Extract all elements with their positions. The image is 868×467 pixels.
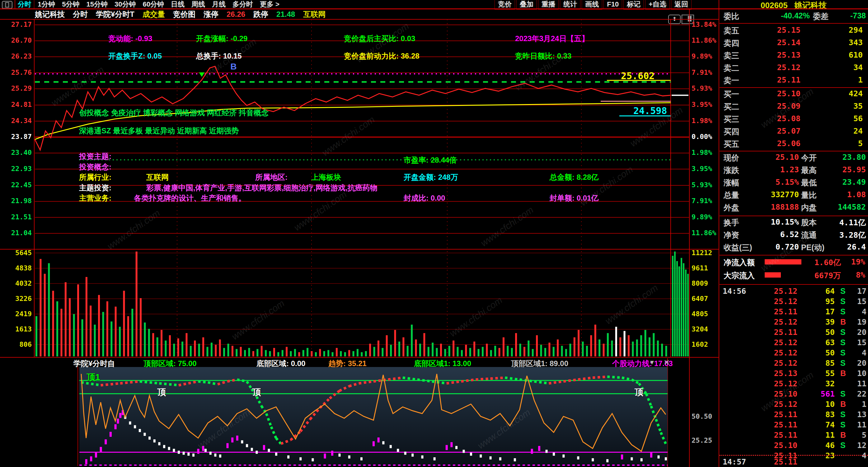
menu-item-更多 >[interactable]: 更多 > <box>256 0 283 9</box>
tick-price[interactable]: 25.12 <box>757 358 797 368</box>
tick-volume[interactable]: 50 <box>804 348 835 357</box>
tick-volume[interactable]: 74 <box>804 420 835 429</box>
menu-divider <box>14 0 15 9</box>
toolbar-button-竞价[interactable]: 竞价 <box>495 0 515 10</box>
title-item[interactable]: 26.26 <box>226 10 245 19</box>
menu-item-多分时[interactable]: 多分时 <box>229 0 256 9</box>
orderbook-price[interactable]: 25.15 <box>757 26 801 35</box>
quote-value: 5.15% <box>755 178 799 186</box>
orderbook-volume[interactable]: 35 <box>807 101 863 111</box>
toolbar-button-标记[interactable]: 标记 <box>623 0 644 10</box>
info-field: 上海板块 <box>311 172 341 182</box>
tick-price[interactable]: 25.12 <box>757 348 797 357</box>
tick-price[interactable]: 25.11 <box>757 431 797 440</box>
info-field: 投资主题: <box>79 151 112 162</box>
title-item[interactable]: 学院¥分时T <box>96 9 134 19</box>
orderbook-price[interactable]: 25.09 <box>757 101 801 111</box>
toolbar-button-返回[interactable]: 返回 <box>671 0 691 10</box>
tick-price[interactable]: 25.13 <box>757 369 797 378</box>
orderbook-volume[interactable]: 610 <box>807 51 863 59</box>
orderbook-price[interactable]: 25.06 <box>757 139 801 148</box>
tick-volume[interactable]: 64 <box>804 287 835 296</box>
quote-label: 最低 <box>801 178 817 188</box>
orderbook-price[interactable]: 25.08 <box>757 114 801 123</box>
tick-price[interactable]: 25.12 <box>757 400 797 409</box>
menu-item-30分钟[interactable]: 30分钟 <box>111 0 139 9</box>
orderbook-volume[interactable]: 424 <box>807 89 863 98</box>
orderbook-volume[interactable]: 5 <box>807 139 863 148</box>
toolbar-button-F10[interactable]: F10 <box>603 0 622 9</box>
orderbook-price[interactable]: 25.07 <box>757 126 801 136</box>
tick-volume[interactable]: 10 <box>804 400 835 409</box>
tick-price[interactable]: 25.12 <box>757 379 797 388</box>
tick-price[interactable]: 25.10 <box>757 441 797 450</box>
tick-price[interactable]: 25.12 <box>757 318 797 326</box>
toolbar-button-重播[interactable]: 重播 <box>538 0 559 10</box>
tick-volume[interactable]: 39 <box>804 318 835 326</box>
tick-count: 11 <box>850 379 866 388</box>
menu-item-5分钟[interactable]: 5分钟 <box>59 0 83 9</box>
tick-volume[interactable]: 561 <box>804 389 835 399</box>
orderbook-volume[interactable]: 34 <box>807 63 863 72</box>
tick-volume[interactable]: 32 <box>804 379 835 388</box>
tick-price[interactable]: 25.11 <box>757 328 797 337</box>
menu-item-月线[interactable]: 月线 <box>209 0 229 9</box>
indicator-collapse-icon[interactable]: ▼ <box>649 359 655 366</box>
volume-axis-label-left: 3226 <box>1 295 32 302</box>
tick-volume[interactable]: 50 <box>804 328 835 337</box>
tick-volume[interactable]: 55 <box>804 369 835 378</box>
menu-item-分时[interactable]: 分时 <box>15 0 34 9</box>
toolbar-button-叠加[interactable]: 叠加 <box>516 0 537 10</box>
title-item[interactable]: 跌停 <box>253 9 268 19</box>
orderbook-price[interactable]: 25.11 <box>757 76 801 84</box>
orderbook-price[interactable]: 25.13 <box>757 51 801 59</box>
orderbook-volume[interactable]: 1 <box>807 76 863 84</box>
orderbook-volume[interactable]: 343 <box>807 38 863 47</box>
indicator-close-icon[interactable]: ✕ <box>663 358 670 367</box>
window-icon[interactable] <box>2 1 12 9</box>
orderbook-price[interactable]: 25.12 <box>757 63 801 72</box>
orderbook-volume[interactable]: 56 <box>807 114 863 123</box>
title-item[interactable]: 姚记科技 <box>35 9 65 19</box>
tick-price[interactable]: 25.12 <box>757 287 797 296</box>
tick-price[interactable]: 25.12 <box>757 338 797 347</box>
title-item[interactable]: 互联网 <box>303 9 326 19</box>
tick-volume[interactable]: 95 <box>804 297 835 306</box>
menu-item-1分钟[interactable]: 1分钟 <box>34 0 59 9</box>
menu-item-60分钟[interactable]: 60分钟 <box>139 0 167 9</box>
tick-price[interactable]: 25.11 <box>757 410 797 419</box>
toolbar-button-+自选[interactable]: +自选 <box>645 0 670 10</box>
chart-titlebar: 姚记科技分时学院¥分时T成交量竞价图涨停26.26跌停21.48互联网 <box>35 10 326 19</box>
menu-item-15分钟[interactable]: 15分钟 <box>83 0 111 9</box>
orderbook-volume[interactable]: 24 <box>807 126 863 136</box>
tick-count: 20 <box>850 358 866 368</box>
toolbar-button-统计[interactable]: 统计 <box>560 0 581 10</box>
volume-axis-label-right: 9611 <box>691 264 708 272</box>
title-item[interactable]: 成交量 <box>143 9 165 19</box>
tick-volume[interactable]: 46 <box>804 441 835 450</box>
title-item[interactable]: 分时 <box>73 9 88 19</box>
orderbook-price[interactable]: 25.10 <box>757 89 801 98</box>
flow-label: 大宗流入 <box>723 270 755 281</box>
indicator-mark: 顶 <box>157 386 166 398</box>
toolbar-button-画线[interactable]: 画线 <box>582 0 602 10</box>
tick-volume[interactable]: 83 <box>804 410 835 419</box>
tick-price[interactable]: 25.11 <box>757 307 797 316</box>
tick-volume[interactable]: 11 <box>804 431 835 440</box>
tick-price[interactable]: 25.10 <box>757 389 797 399</box>
maximize-icon[interactable]: ⬆ <box>668 14 681 24</box>
menu-item-日线[interactable]: 日线 <box>167 0 188 9</box>
tick-volume[interactable]: 63 <box>804 338 835 347</box>
menu-item-周线[interactable]: 周线 <box>188 0 209 9</box>
orderbook-price[interactable]: 25.14 <box>757 38 801 47</box>
tick-price[interactable]: 25.12 <box>757 297 797 306</box>
svg-text:B: B <box>230 62 237 71</box>
tick-volume[interactable]: 85 <box>804 358 835 368</box>
orderbook-volume[interactable]: 294 <box>807 26 863 35</box>
orderbook-level-label: 买三 <box>723 114 739 124</box>
tick-volume[interactable]: 17 <box>804 307 835 316</box>
title-item[interactable]: 涨停 <box>204 9 218 19</box>
tick-price[interactable]: 25.11 <box>757 420 797 429</box>
title-item[interactable]: 竞价图 <box>173 9 195 19</box>
title-item[interactable]: 21.48 <box>276 10 295 19</box>
